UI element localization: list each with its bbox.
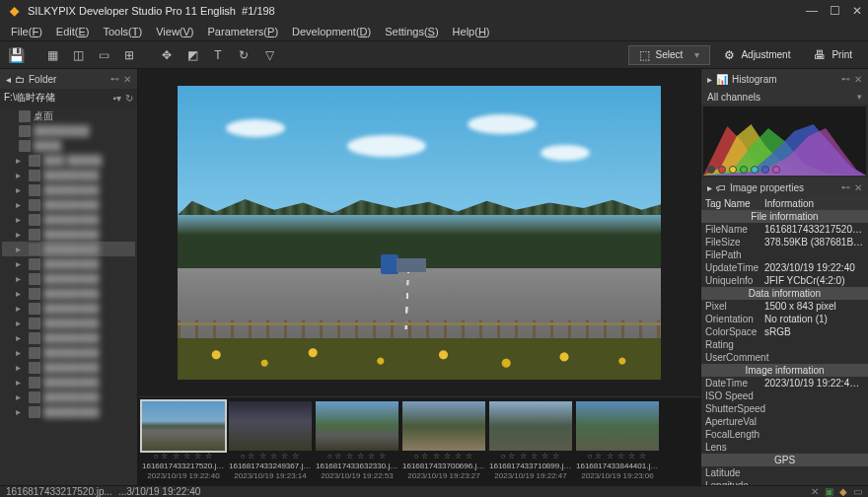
navigation-icon[interactable]: ✥ bbox=[156, 45, 178, 65]
thumbnail-view-icon[interactable]: ▦ bbox=[41, 45, 63, 65]
text-tool-icon[interactable]: T bbox=[207, 45, 229, 65]
section-data-info: Data information bbox=[701, 287, 868, 300]
crop-icon[interactable]: ◩ bbox=[181, 45, 203, 65]
properties-icon: 🏷 bbox=[716, 182, 726, 193]
main-preview-image bbox=[178, 86, 661, 380]
status-ok-icon[interactable]: ▣ bbox=[825, 486, 833, 497]
thumbnail[interactable]: ○☆ ☆ ☆ ☆ ☆1616817433249367.jp...2023/10/… bbox=[229, 401, 312, 481]
print-icon: 🖶 bbox=[814, 48, 826, 62]
menu-view[interactable]: View(V) bbox=[149, 24, 200, 39]
menu-settings[interactable]: Settings(S) bbox=[378, 24, 445, 39]
tree-item[interactable]: ▸████████ bbox=[2, 375, 135, 390]
tree-item[interactable]: ▸████████ bbox=[2, 345, 135, 360]
close-panel-icon[interactable]: ✕ bbox=[123, 74, 131, 85]
pin-icon[interactable]: ⊷ bbox=[841, 74, 850, 84]
tree-item[interactable]: ▸████████ bbox=[2, 227, 135, 242]
section-file-info: File information bbox=[701, 210, 868, 223]
folder-refresh-icon[interactable]: ↻ bbox=[125, 93, 133, 104]
tree-item[interactable]: ▸████████ bbox=[2, 168, 135, 182]
menu-file[interactable]: File(F) bbox=[4, 24, 49, 39]
tree-item[interactable]: ▸████████ bbox=[2, 197, 135, 212]
preview-area[interactable] bbox=[138, 69, 700, 396]
adjustment-mode-button[interactable]: ⚙ Adjustment bbox=[714, 45, 800, 65]
thumbnail[interactable]: ○☆ ☆ ☆ ☆ ☆1616817433217520.jp...2023/10/… bbox=[142, 401, 225, 481]
hist-dot-cyan[interactable] bbox=[751, 166, 759, 174]
thumbnail[interactable]: ○☆ ☆ ☆ ☆ ☆1616817433632330.jp...2023/10/… bbox=[316, 401, 398, 481]
folder-panel-header: ◂ 🗀 Folder ⊷ ✕ bbox=[0, 69, 137, 89]
status-dev-icon[interactable]: ◆ bbox=[839, 486, 847, 497]
tree-item[interactable]: ▸████████ bbox=[2, 316, 135, 330]
hist-dot-red[interactable] bbox=[718, 166, 726, 174]
rotate-icon[interactable]: ↻ bbox=[233, 45, 254, 65]
app-logo-icon: ◆ bbox=[6, 3, 22, 19]
properties-table: Tag NameInformation File information Fil… bbox=[701, 197, 868, 485]
thumbnail[interactable]: ○☆ ☆ ☆ ☆ ☆1616817433710899.jp...2023/10/… bbox=[489, 401, 572, 481]
tree-item[interactable]: ▸████████ bbox=[2, 360, 135, 375]
status-warning-icon[interactable]: ✕ bbox=[811, 486, 819, 497]
hist-dot-yellow[interactable] bbox=[729, 166, 737, 174]
combination-view-icon[interactable]: ◫ bbox=[67, 45, 89, 65]
tree-item[interactable]: ▸████████ bbox=[2, 182, 135, 197]
tree-item[interactable]: ▸████████ bbox=[2, 390, 135, 404]
tree-item[interactable]: ▸████████ bbox=[2, 242, 135, 256]
panel-expand-icon[interactable]: ▸ bbox=[707, 182, 712, 193]
histogram-display bbox=[703, 106, 866, 176]
tree-item[interactable]: ▸███ █████ bbox=[2, 153, 135, 168]
tree-item[interactable]: ▸████████ bbox=[2, 212, 135, 227]
thumbnail[interactable]: ○☆ ☆ ☆ ☆ ☆1616817433700696.jp...2023/10/… bbox=[402, 401, 485, 481]
preview-view-icon[interactable]: ▭ bbox=[93, 45, 114, 65]
hist-dot-magenta[interactable] bbox=[772, 166, 780, 174]
folder-path-bar: F:\临时存储 ▪▾ ↻ bbox=[0, 89, 137, 106]
tree-item[interactable]: ████████ bbox=[2, 123, 135, 138]
folder-dropdown-icon[interactable]: ▪▾ bbox=[112, 93, 121, 104]
tree-item[interactable]: ▸████████ bbox=[2, 271, 135, 286]
menu-help[interactable]: Help(H) bbox=[446, 24, 497, 39]
panel-expand-icon[interactable]: ▸ bbox=[707, 74, 712, 85]
select-mode-button[interactable]: ⬚ Select ▾ bbox=[628, 45, 711, 65]
close-panel-icon[interactable]: ✕ bbox=[854, 74, 862, 85]
status-panel-icon[interactable]: ▭ bbox=[853, 486, 862, 497]
panel-collapse-icon[interactable]: ◂ bbox=[6, 74, 11, 85]
tree-item[interactable]: 桌面 bbox=[2, 108, 135, 123]
pin-icon[interactable]: ⊷ bbox=[841, 182, 850, 192]
menu-parameters[interactable]: Parameters(P) bbox=[201, 24, 286, 39]
select-icon: ⬚ bbox=[639, 48, 650, 62]
window-title: SILKYPIX Developer Studio Pro 11 English… bbox=[28, 5, 800, 17]
folder-panel: ◂ 🗀 Folder ⊷ ✕ F:\临时存储 ▪▾ ↻ 桌面██████████… bbox=[0, 69, 138, 485]
toolbar: 💾 ▦ ◫ ▭ ⊞ ✥ ◩ T ↻ ▽ ⬚ Select ▾ ⚙ Adjustm… bbox=[0, 41, 868, 69]
section-image-info: Image information bbox=[701, 364, 868, 377]
histogram-channel-selector[interactable]: All channels ▾ bbox=[701, 89, 868, 105]
tree-item[interactable]: ▸████████ bbox=[2, 301, 135, 316]
tree-item[interactable]: ▸████████ bbox=[2, 256, 135, 271]
hist-dot-blue[interactable] bbox=[761, 166, 769, 174]
tree-item[interactable]: ████ bbox=[2, 138, 135, 153]
multi-preview-icon[interactable]: ⊞ bbox=[118, 45, 140, 65]
menu-tools[interactable]: Tools(T) bbox=[96, 24, 149, 39]
pin-icon[interactable]: ⊷ bbox=[110, 74, 119, 84]
filter-icon[interactable]: ▽ bbox=[258, 45, 280, 65]
close-panel-icon[interactable]: ✕ bbox=[854, 182, 862, 193]
hist-dot-luminance[interactable] bbox=[707, 166, 715, 174]
minimize-button[interactable]: — bbox=[806, 4, 818, 18]
menu-edit[interactable]: Edit(E) bbox=[49, 24, 97, 39]
titlebar: ◆ SILKYPIX Developer Studio Pro 11 Engli… bbox=[0, 0, 868, 22]
histogram-icon: 📊 bbox=[716, 74, 728, 85]
chevron-down-icon: ▾ bbox=[857, 92, 862, 102]
folder-panel-title: Folder bbox=[29, 74, 107, 85]
hist-dot-green[interactable] bbox=[740, 166, 748, 174]
close-window-button[interactable]: ✕ bbox=[852, 4, 862, 18]
status-filename: 1616817433217520.jp... bbox=[6, 486, 112, 497]
tree-item[interactable]: ▸████████ bbox=[2, 330, 135, 345]
histogram-panel-header: ▸ 📊 Histogram ⊷ ✕ bbox=[701, 69, 868, 89]
thumbnail[interactable]: ○☆ ☆ ☆ ☆ ☆1616817433844401.jp...2023/10/… bbox=[576, 401, 659, 481]
tree-item[interactable]: ▸████████ bbox=[2, 404, 135, 419]
menu-development[interactable]: Development(D) bbox=[285, 24, 378, 39]
filmstrip: ○☆ ☆ ☆ ☆ ☆1616817433217520.jp...2023/10/… bbox=[138, 396, 700, 485]
maximize-button[interactable]: ☐ bbox=[830, 4, 840, 18]
section-gps: GPS bbox=[701, 454, 868, 466]
folder-icon: 🗀 bbox=[15, 74, 25, 85]
print-button[interactable]: 🖶 Print bbox=[804, 45, 862, 65]
tree-item[interactable]: ▸████████ bbox=[2, 286, 135, 301]
statusbar: 1616817433217520.jp... ...3/10/19 19:22:… bbox=[0, 485, 868, 497]
develop-save-button[interactable]: 💾 bbox=[6, 45, 26, 65]
